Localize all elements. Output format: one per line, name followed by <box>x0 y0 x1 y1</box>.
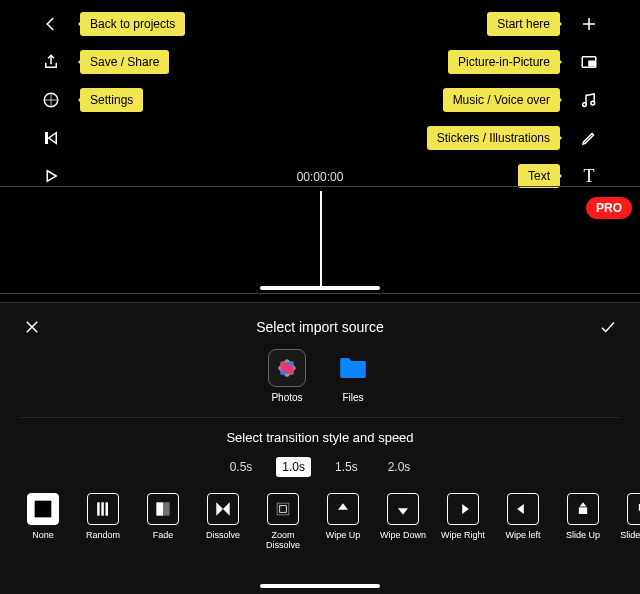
close-icon[interactable] <box>22 317 42 337</box>
source-files-label: Files <box>342 392 363 403</box>
speed-option[interactable]: 1.0s <box>276 457 311 477</box>
transition-icon <box>567 493 599 525</box>
pencil-icon[interactable] <box>578 129 600 147</box>
svg-rect-17 <box>97 502 100 515</box>
transition-option[interactable]: Dissolve <box>200 493 246 551</box>
pip-icon[interactable] <box>578 53 600 71</box>
back-icon[interactable] <box>40 15 62 33</box>
hint-audio: Music / Voice over <box>443 88 560 112</box>
transition-icon <box>507 493 539 525</box>
svg-marker-23 <box>223 502 230 515</box>
transition-label: Wipe Up <box>326 531 361 541</box>
sheet-title: Select import source <box>256 319 384 335</box>
transition-label: Wipe left <box>505 531 540 541</box>
svg-rect-1 <box>46 133 48 144</box>
svg-rect-16 <box>35 501 52 518</box>
svg-rect-25 <box>277 503 289 515</box>
timeline[interactable]: PRO <box>0 186 640 294</box>
right-toolbar: Start here Picture-in-Picture Music / Vo… <box>427 10 600 190</box>
home-indicator <box>260 584 380 588</box>
transition-label: Fade <box>153 531 174 541</box>
hint-start: Start here <box>487 12 560 36</box>
hint-pip: Picture-in-Picture <box>448 50 560 74</box>
editor-top: Back to projects Save / Share Settings S… <box>0 0 640 186</box>
speed-option[interactable]: 0.5s <box>224 457 259 477</box>
source-photos-label: Photos <box>271 392 302 403</box>
speed-options: 0.5s1.0s1.5s2.0s <box>0 457 640 477</box>
share-icon[interactable] <box>40 53 62 71</box>
svg-marker-27 <box>398 508 408 515</box>
svg-marker-29 <box>517 504 524 514</box>
transition-title: Select transition style and speed <box>0 430 640 445</box>
source-files[interactable]: Files <box>334 349 372 403</box>
transition-option[interactable]: Zoom Dissolve <box>260 493 306 551</box>
speed-option[interactable]: 1.5s <box>329 457 364 477</box>
transition-label: Slide Up <box>566 531 600 541</box>
transition-icon <box>327 493 359 525</box>
source-photos[interactable]: Photos <box>268 349 306 403</box>
hint-settings: Settings <box>80 88 143 112</box>
svg-rect-20 <box>156 502 163 515</box>
transition-option[interactable]: Random <box>80 493 126 551</box>
transition-icon <box>627 493 640 525</box>
settings-icon[interactable] <box>40 91 62 109</box>
text-icon[interactable]: T <box>578 166 600 187</box>
transition-icon <box>87 493 119 525</box>
svg-marker-2 <box>49 133 57 144</box>
left-toolbar: Back to projects Save / Share Settings <box>40 10 185 190</box>
hint-share: Save / Share <box>80 50 169 74</box>
transition-icon <box>267 493 299 525</box>
transition-label: Zoom Dissolve <box>260 531 306 551</box>
svg-rect-21 <box>163 502 170 515</box>
play-icon[interactable] <box>40 167 62 185</box>
transition-option[interactable]: Wipe Down <box>380 493 426 551</box>
import-sources: Photos Files <box>0 349 640 403</box>
import-sheet: Select import source Photos <box>0 302 640 594</box>
transition-label: Dissolve <box>206 531 240 541</box>
svg-rect-18 <box>101 502 104 515</box>
music-icon[interactable] <box>578 91 600 109</box>
svg-marker-26 <box>338 503 348 510</box>
hint-back: Back to projects <box>80 12 185 36</box>
confirm-icon[interactable] <box>598 317 618 337</box>
transition-icon <box>207 493 239 525</box>
folder-icon <box>334 349 372 387</box>
svg-marker-3 <box>47 171 56 182</box>
hint-text: Text <box>518 164 560 188</box>
svg-point-7 <box>591 101 595 105</box>
svg-rect-24 <box>280 506 287 513</box>
transition-option[interactable]: Slide Up <box>560 493 606 551</box>
svg-rect-30 <box>579 507 587 514</box>
pro-badge[interactable]: PRO <box>586 197 632 219</box>
svg-marker-31 <box>580 502 587 506</box>
transition-label: Wipe Right <box>441 531 485 541</box>
transition-option[interactable]: Wipe left <box>500 493 546 551</box>
speed-option[interactable]: 2.0s <box>382 457 417 477</box>
home-indicator <box>260 286 380 290</box>
transition-option[interactable]: Fade <box>140 493 186 551</box>
svg-rect-5 <box>589 61 594 66</box>
transition-icon <box>27 493 59 525</box>
transition-icon <box>387 493 419 525</box>
divider <box>20 417 620 418</box>
transition-option[interactable]: Wipe Up <box>320 493 366 551</box>
playhead <box>320 191 322 289</box>
transition-label: Slide Down <box>620 531 640 541</box>
add-icon[interactable] <box>578 15 600 33</box>
transition-option[interactable]: None <box>20 493 66 551</box>
svg-point-6 <box>583 103 587 107</box>
transition-icon <box>447 493 479 525</box>
svg-marker-22 <box>216 502 223 515</box>
transition-option[interactable]: Wipe Right <box>440 493 486 551</box>
transition-label: None <box>32 531 54 541</box>
svg-rect-19 <box>106 502 109 515</box>
svg-marker-28 <box>462 504 469 514</box>
photos-icon <box>268 349 306 387</box>
rewind-icon[interactable] <box>40 129 62 147</box>
transition-row[interactable]: NoneRandomFadeDissolveZoom DissolveWipe … <box>0 493 640 551</box>
timecode: 00:00:00 <box>297 170 344 184</box>
transition-label: Random <box>86 531 120 541</box>
hint-stickers: Stickers / Illustrations <box>427 126 560 150</box>
transition-option[interactable]: Slide Down <box>620 493 640 551</box>
transition-icon <box>147 493 179 525</box>
